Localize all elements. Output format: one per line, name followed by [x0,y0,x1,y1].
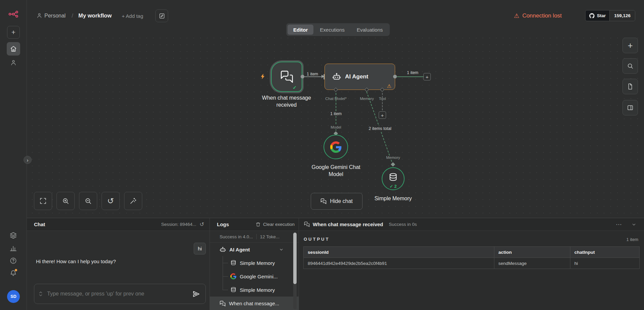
log-row-when-chat-message[interactable]: When chat message... [210,297,299,310]
github-star-button[interactable]: Star [585,10,609,21]
column-chatInput[interactable]: chatInput [570,247,640,258]
cell-sessionId[interactable]: 8946441d942e49429de2b5ea2c0f4b91 [304,258,494,269]
output-collapse-button[interactable] [631,222,637,227]
stack-icon [9,232,17,239]
clear-execution-button[interactable]: Clear execution [256,222,295,227]
add-next-node-button[interactable]: + [423,73,431,80]
sidebar-item-templates[interactable] [9,232,17,239]
node-simple-memory[interactable]: ✓ 2 [382,167,405,190]
fit-view-button[interactable] [34,192,52,210]
workflow-title[interactable]: My workflow [78,12,112,19]
chat-panel: Chat Session: 89464... ↺ hi Hi there! Ho… [27,218,210,310]
log-row-label: AI Agent [229,247,250,252]
node-when-chat-message-received[interactable]: ✓ [271,62,302,92]
tree-guide-line [223,256,223,290]
chat-session-id[interactable]: Session: 89464... [161,222,196,227]
connection-agent-tool [382,93,383,110]
chat-trigger-icon [304,221,310,227]
create-workflow-button[interactable]: + [7,26,20,39]
connection-trigger-agent [304,76,324,77]
zoom-in-icon [62,197,69,205]
agent-output-port[interactable] [393,75,397,78]
sticky-note-button[interactable] [622,79,638,94]
node-google-gemini-chat-model[interactable] [324,135,348,159]
zoom-out-button[interactable] [79,192,97,210]
logs-panel-header: Logs Clear execution [210,218,299,231]
execution-tokens: 12 Toke... [260,234,279,239]
column-sessionId[interactable]: sessionId [304,247,494,258]
person-icon [36,12,42,19]
send-icon [192,290,200,298]
add-tag-button[interactable]: + Add tag [122,13,143,19]
tidy-up-button[interactable] [124,192,142,210]
memory-items-label: 2 items total [360,126,400,131]
tab-evaluations[interactable]: Evaluations [351,25,389,35]
github-icon [589,13,595,19]
chat-bubble-icon [320,198,327,204]
edit-workflow-button[interactable] [155,9,168,22]
model-node-label: Google Gemini Chat Model [307,164,365,178]
log-row-label: When chat message... [229,301,279,306]
workflow-canvas[interactable]: ✓ When chat message received 1 item AI A… [27,32,644,218]
file-icon [627,83,634,90]
chevron-down-icon[interactable] [279,247,284,252]
sidebar-item-overview[interactable] [7,42,20,56]
output-panel: When chat message received Success in 0s… [299,218,644,310]
zoom-in-button[interactable] [56,192,75,210]
chat-message-bot: Hi there! How can I help you today? [36,259,116,264]
memory-node-label: Simple Memory [368,195,418,202]
model-port-label: Model [326,125,346,129]
table-header-row: sessionId action chatInput [304,247,640,258]
output-data-table: sessionId action chatInput 8946441d942e4… [303,246,640,269]
output-options-button[interactable]: ⋯ [616,221,622,228]
undo-button[interactable]: ↺ [102,192,120,210]
tree-guide-stub [223,276,228,277]
breadcrumb-separator: / [72,12,73,19]
chat-message-input[interactable] [42,291,192,297]
google-icon [230,273,236,279]
collapse-sidebar-toggle[interactable]: › [24,156,32,164]
breadcrumb-project[interactable]: Personal [44,13,66,19]
github-star-label: Star [597,13,606,18]
user-avatar[interactable]: SD [7,290,20,303]
chat-message-user: hi [194,243,206,254]
logs-scrollbar[interactable] [293,233,297,309]
sidebar-item-help[interactable] [9,257,17,265]
cell-chatInput[interactable]: hi [570,258,640,269]
column-action[interactable]: action [494,247,570,258]
github-star-count[interactable]: 159,126 [609,10,635,21]
chat-trigger-icon [280,70,294,83]
tree-guide-stub [223,263,228,263]
node-ai-agent[interactable]: AI Agent ⚠ [325,64,395,90]
tab-editor[interactable]: Editor [288,25,313,35]
help-icon [9,257,17,265]
scrollbar-thumb[interactable] [293,233,297,284]
cell-action[interactable]: sendMessage [494,258,570,269]
add-tool-button[interactable]: + [379,111,386,119]
sidebar-item-insights[interactable] [9,244,17,252]
session-refresh-button[interactable]: ↺ [200,221,204,228]
prev-next-message-arrows[interactable] [34,291,42,297]
tab-executions[interactable]: Executions [314,25,350,35]
add-node-button[interactable]: + [622,38,638,53]
send-message-button[interactable] [192,290,205,298]
search-canvas-button[interactable] [622,58,638,74]
table-row[interactable]: 8946441d942e49429de2b5ea2c0f4b91 sendMes… [304,258,640,269]
chat-trigger-icon [220,301,226,307]
memory-port-label: Memory [380,156,407,160]
chat-panel-header: Chat Session: 89464... ↺ [27,218,210,231]
execution-summary: Success in 4.0... 12 Toke... [210,231,299,243]
trash-icon [256,222,261,227]
agent-node-title: AI Agent [345,73,368,80]
output-node-title: When chat message received [313,221,383,227]
sidebar-item-personal[interactable] [10,59,17,66]
tree-guide-stub [223,290,228,290]
toggle-panel-button[interactable] [622,100,638,115]
bottom-panel: Chat Session: 89464... ↺ hi Hi there! Ho… [27,218,644,310]
github-star-widget[interactable]: Star 159,126 [585,10,635,21]
n8n-logo[interactable] [7,10,20,20]
lightning-icon [260,73,266,81]
wand-icon [129,197,137,205]
log-row-ai-agent[interactable]: AI Agent [210,243,299,256]
hide-chat-button[interactable]: Hide chat [311,193,363,210]
